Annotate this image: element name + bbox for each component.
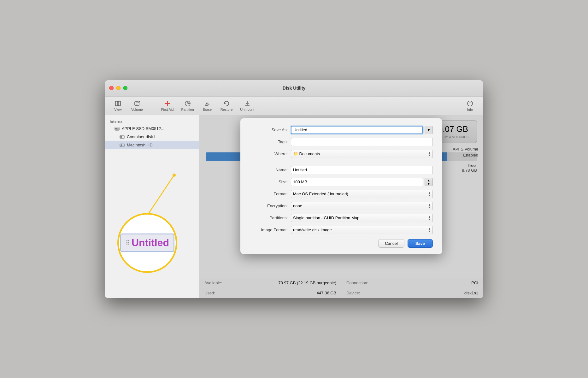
name-label: Name: [250, 168, 288, 172]
image-format-select-container: read/write disk image DVD/CD master comp… [291, 226, 433, 234]
encryption-row: Encryption: none 128-bit AES 256-bit AES… [250, 202, 433, 210]
size-row: Size: ▲▼ [250, 178, 433, 186]
tags-input[interactable] [291, 138, 433, 146]
save-as-dropdown-button[interactable]: ▼ [425, 126, 433, 134]
firstaid-button[interactable]: First Aid [158, 99, 177, 112]
disk-utility-window: Disk Utility View Volume [105, 80, 483, 298]
tags-row: Tags: [250, 138, 433, 146]
dialog-buttons: Cancel Save [250, 239, 433, 248]
main-content: Internal APPLE SSD SM0512... Container d… [105, 115, 483, 298]
titlebar: Disk Utility [105, 80, 483, 97]
erase-button[interactable]: Erase [198, 99, 216, 112]
minimize-button[interactable] [116, 86, 121, 90]
save-button[interactable]: Save [408, 239, 433, 248]
where-label: Where: [250, 151, 288, 156]
maximize-button[interactable] [123, 86, 127, 90]
traffic-lights [109, 86, 127, 90]
encryption-select[interactable]: none 128-bit AES 256-bit AES [291, 202, 433, 210]
format-label: Format: [250, 192, 288, 196]
dialog-overlay: Save As: ▼ Tags: Where: 📁 [199, 115, 483, 298]
image-format-select[interactable]: read/write disk image DVD/CD master comp… [291, 226, 433, 234]
sidebar-item-container[interactable]: Container disk1 [105, 133, 199, 141]
volume-button[interactable]: Volume [128, 99, 146, 112]
svg-point-15 [470, 102, 470, 103]
annotation-overlay: ⠿ Untitled [114, 210, 177, 273]
sidebar-item-macintosh[interactable]: Macintosh HD [105, 141, 199, 149]
view-button[interactable]: View [109, 99, 127, 112]
save-as-label: Save As: [250, 127, 288, 132]
dialog-separator [250, 162, 433, 162]
format-select-container: Mac OS Extended (Journaled) Mac OS Exten… [291, 190, 433, 198]
image-format-row: Image Format: read/write disk image DVD/… [250, 226, 433, 234]
svg-rect-1 [118, 101, 121, 106]
info-button[interactable]: Info [461, 99, 479, 112]
encryption-label: Encryption: [250, 204, 288, 208]
format-select[interactable]: Mac OS Extended (Journaled) Mac OS Exten… [291, 190, 433, 198]
save-dialog: Save As: ▼ Tags: Where: 📁 [240, 118, 442, 254]
drag-dots-icon: ⠿ [126, 239, 130, 247]
close-button[interactable] [109, 86, 114, 90]
window-title: Disk Utility [283, 86, 305, 91]
where-row: Where: 📁 Documents ▲▼ [250, 150, 433, 158]
partitions-select[interactable]: Single partition - GUID Partition Map No… [291, 214, 433, 222]
toolbar: View Volume First Aid [105, 97, 483, 115]
sidebar: Internal APPLE SSD SM0512... Container d… [105, 115, 199, 298]
where-select-container: 📁 Documents ▲▼ [291, 150, 433, 158]
name-input[interactable] [291, 166, 433, 174]
restore-button[interactable]: Restore [217, 99, 236, 112]
svg-rect-23 [121, 145, 122, 146]
save-as-row: Save As: ▼ [250, 126, 433, 134]
partitions-row: Partitions: Single partition - GUID Part… [250, 214, 433, 222]
image-format-label: Image Format: [250, 227, 288, 232]
name-row: Name: [250, 166, 433, 174]
partitions-label: Partitions: [250, 216, 288, 220]
format-row: Format: Mac OS Extended (Journaled) Mac … [250, 190, 433, 198]
annotation-circle: ⠿ Untitled [117, 213, 177, 273]
where-select[interactable]: 📁 Documents [291, 150, 433, 158]
size-input[interactable] [291, 178, 423, 186]
partition-button[interactable]: Partition [178, 99, 197, 112]
internal-section-label: Internal [105, 118, 199, 125]
encryption-select-container: none 128-bit AES 256-bit AES ▲▼ [291, 202, 433, 210]
annotation-circle-inner: ⠿ Untitled [120, 233, 174, 252]
right-panel: 500.07 GB SHARED BY 4 VOLUMES free 8.78 … [199, 115, 483, 298]
tags-label: Tags: [250, 139, 288, 144]
svg-rect-0 [115, 101, 118, 106]
sidebar-item-ssd[interactable]: APPLE SSD SM0512... [105, 125, 199, 133]
svg-rect-21 [121, 136, 122, 138]
cancel-button[interactable]: Cancel [378, 239, 404, 248]
svg-rect-22 [120, 144, 124, 147]
size-stepper[interactable]: ▲▼ [425, 178, 433, 186]
save-as-input[interactable] [291, 126, 423, 134]
svg-point-25 [173, 174, 176, 177]
size-label: Size: [250, 180, 288, 184]
partitions-select-container: Single partition - GUID Partition Map No… [291, 214, 433, 222]
svg-rect-17 [115, 128, 117, 129]
unmount-button[interactable]: Unmount [237, 99, 257, 112]
